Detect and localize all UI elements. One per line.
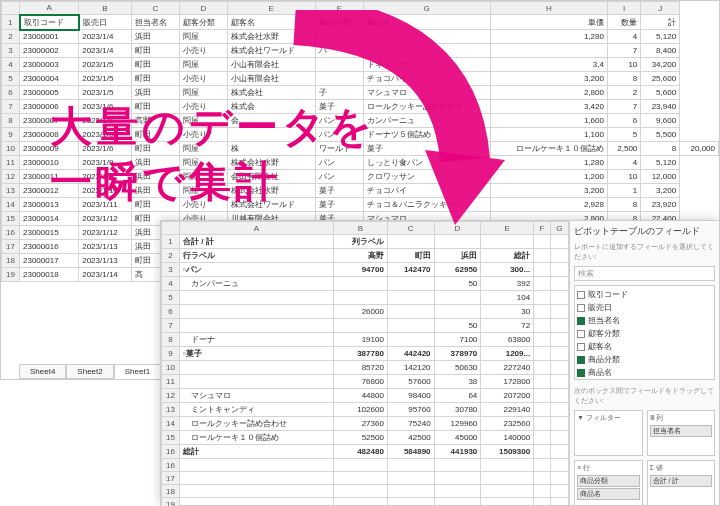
cell[interactable]: 問屋 — [179, 30, 227, 44]
cell[interactable]: 23000017 — [20, 254, 79, 268]
pivot-cell[interactable]: 町田 — [387, 249, 434, 263]
cell[interactable]: 取引コード — [20, 15, 79, 30]
cell[interactable]: 25,600 — [641, 72, 680, 86]
cell[interactable]: 顧客分類 — [179, 15, 227, 30]
cell[interactable]: 5,120 — [641, 156, 680, 170]
cell[interactable]: 3 — [2, 44, 20, 58]
pivot-cell[interactable] — [387, 472, 434, 485]
search-input[interactable]: 検索 — [574, 266, 715, 281]
cell[interactable]: 町田 — [131, 100, 179, 114]
pivot-cell[interactable]: 129960 — [434, 417, 481, 431]
pivot-cell[interactable] — [180, 472, 334, 485]
col-J[interactable]: J — [641, 2, 680, 15]
pivot-cell[interactable]: 102600 — [333, 403, 387, 417]
pivot-cell[interactable]: 140000 — [481, 431, 534, 445]
cell[interactable]: 2023/1/6 — [79, 142, 132, 156]
cell[interactable]: 23000015 — [20, 226, 79, 240]
cell[interactable]: 計 — [641, 15, 680, 30]
cell[interactable]: 8 — [607, 198, 640, 212]
pivot-cell[interactable]: 98400 — [387, 389, 434, 403]
cell[interactable]: 13 — [2, 184, 20, 198]
pivot-cell[interactable] — [534, 472, 550, 485]
cell[interactable]: 2023/1/11 — [79, 198, 132, 212]
pivot-cell[interactable] — [534, 485, 550, 498]
cell[interactable]: 小売り — [179, 72, 227, 86]
cell[interactable]: 17 — [2, 240, 20, 254]
pivot-cell[interactable] — [180, 459, 334, 472]
pivot-cell[interactable]: 30 — [481, 305, 534, 319]
col-C[interactable]: C — [131, 2, 179, 15]
cell[interactable]: 2023/1/12 — [79, 226, 132, 240]
area-filter[interactable]: ▼ フィルター — [574, 410, 643, 456]
cell[interactable]: 問屋 — [179, 170, 227, 184]
cell[interactable]: 問屋 — [179, 58, 227, 72]
pivot-cell[interactable]: 392 — [481, 277, 534, 291]
cell[interactable]: 8,400 — [641, 44, 680, 58]
pivot-cell[interactable] — [180, 291, 334, 305]
cell[interactable]: 8 — [2, 114, 20, 128]
cell[interactable]: 2023/1/4 — [79, 44, 132, 58]
cell[interactable]: 3,200 — [641, 184, 680, 198]
pivot-cell[interactable]: 378970 — [434, 347, 481, 361]
area-values[interactable]: Σ 値合計 / 計 — [647, 460, 716, 506]
cell[interactable]: 23000008 — [20, 128, 79, 142]
field-item[interactable]: 販売日 — [577, 301, 712, 314]
cell[interactable]: 7 — [607, 100, 640, 114]
cell[interactable]: 問屋 — [179, 184, 227, 198]
cell[interactable]: 10 — [607, 58, 640, 72]
pivot-cell[interactable]: 行ラベル — [180, 249, 334, 263]
pivot-cell[interactable] — [333, 485, 387, 498]
cell[interactable]: 問屋 — [179, 86, 227, 100]
cell[interactable]: 2023/1/10 — [79, 184, 132, 198]
cell[interactable]: 19 — [2, 268, 20, 282]
pivot-cell[interactable] — [534, 459, 550, 472]
cell[interactable]: 問屋 — [179, 114, 227, 128]
cell[interactable]: 8 — [607, 72, 640, 86]
pivot-cell[interactable]: カンパーニュ — [180, 277, 334, 291]
pivot-cell[interactable] — [180, 498, 334, 507]
pivot-cell[interactable]: 1509300 — [481, 445, 534, 459]
cell[interactable]: 町田 — [131, 44, 179, 58]
pivot-cell[interactable] — [434, 472, 481, 485]
cell[interactable]: 1 — [607, 184, 640, 198]
cell[interactable]: 小売り — [179, 44, 227, 58]
cell[interactable]: 4 — [2, 58, 20, 72]
cell[interactable]: 2023/1/5 — [79, 86, 132, 100]
pivot-cell[interactable]: 227240 — [481, 361, 534, 375]
cell[interactable]: 町田 — [131, 198, 179, 212]
cell[interactable]: 23000013 — [20, 198, 79, 212]
cell[interactable]: 2023/1/13 — [79, 240, 132, 254]
pivot-cell[interactable] — [180, 485, 334, 498]
col-I[interactable]: I — [607, 2, 640, 15]
cell[interactable]: 2023/1/6 — [79, 128, 132, 142]
cell[interactable]: 23000018 — [20, 268, 79, 282]
cell[interactable]: 20,000 — [680, 142, 719, 156]
pivot-cell[interactable] — [434, 485, 481, 498]
pivot-cell[interactable] — [434, 291, 481, 305]
cell[interactable]: 23000003 — [20, 58, 79, 72]
cell[interactable]: 4 — [607, 30, 640, 44]
pivot-cell[interactable] — [387, 305, 434, 319]
pivot-cell[interactable]: 94700 — [333, 263, 387, 277]
pivot-cell[interactable]: 42500 — [387, 431, 434, 445]
cell[interactable]: 18 — [2, 254, 20, 268]
pivot-cell[interactable]: ▫パン — [180, 263, 334, 277]
cell[interactable]: 2 — [2, 30, 20, 44]
pivot-cell[interactable]: 44800 — [333, 389, 387, 403]
pivot-cell[interactable] — [387, 319, 434, 333]
cell[interactable]: 12 — [2, 170, 20, 184]
cell[interactable]: 11 — [2, 156, 20, 170]
field-item[interactable]: 担当者名 — [577, 314, 712, 327]
cell[interactable]: 23000001 — [20, 30, 79, 44]
cell[interactable]: 2,500 — [607, 142, 640, 156]
area-columns[interactable]: Ⅲ 列担当者名 — [647, 410, 716, 456]
cell[interactable]: 23000007 — [20, 114, 79, 128]
cell[interactable]: 町田 — [131, 58, 179, 72]
cell[interactable]: 浜田 — [131, 170, 179, 184]
pivot-cell[interactable] — [481, 485, 534, 498]
cell[interactable]: 町田 — [131, 128, 179, 142]
cell[interactable]: 販売日 — [79, 15, 132, 30]
cell[interactable]: 5,120 — [641, 30, 680, 44]
pivot-cell[interactable]: 300... — [481, 263, 534, 277]
pivot-cell[interactable]: 75240 — [387, 417, 434, 431]
